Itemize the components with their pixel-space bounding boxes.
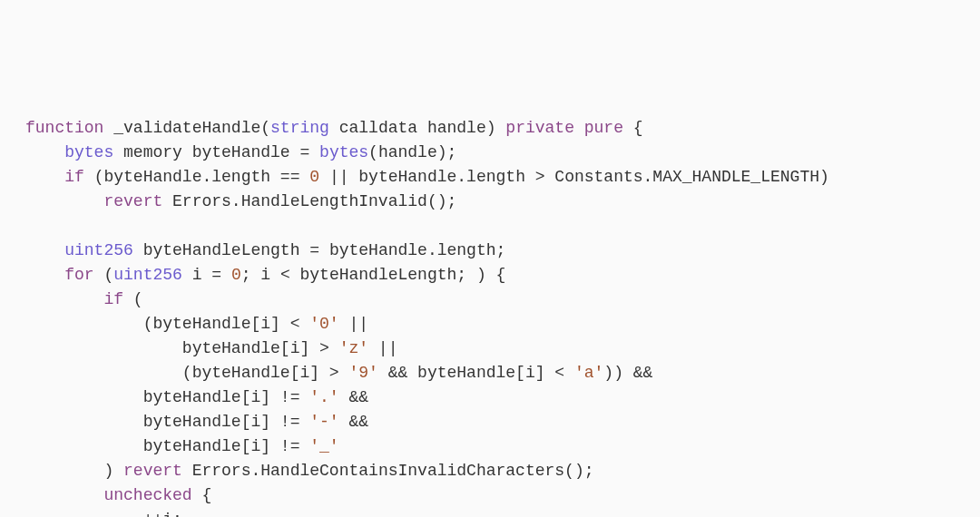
cond-c: )) &&	[603, 364, 652, 382]
type-string: string	[270, 119, 329, 137]
keyword-memory: memory	[113, 143, 191, 161]
char-literal-a: 'a'	[574, 364, 603, 382]
paren-close: )	[103, 462, 123, 480]
cond-b: &&	[339, 413, 368, 431]
indent	[25, 437, 143, 455]
error-call: Errors.HandleLengthInvalid();	[162, 192, 456, 210]
cond-a: byteHandle[i] !=	[143, 413, 310, 431]
keyword-revert: revert	[103, 192, 162, 210]
cond-b: &&	[339, 388, 368, 406]
indent	[25, 192, 103, 210]
cond-a: byteHandle[i] !=	[143, 388, 310, 406]
paren-close: )	[486, 119, 506, 137]
indent	[25, 290, 103, 308]
indent	[25, 388, 143, 406]
char-literal-z: 'z'	[339, 339, 368, 357]
keyword-for: for	[64, 266, 93, 284]
cond-part1: (byteHandle.length ==	[84, 168, 309, 186]
call: (handle);	[368, 143, 456, 161]
cond-a: (byteHandle[i] <	[143, 315, 310, 333]
keyword-calldata: calldata	[329, 119, 427, 137]
keyword-unchecked: unchecked	[103, 486, 191, 504]
keyword-pure: pure	[584, 119, 623, 137]
keyword-revert: revert	[123, 462, 182, 480]
literal-zero: 0	[231, 266, 241, 284]
type-bytes-cast: bytes	[319, 143, 368, 161]
indent	[25, 486, 103, 504]
for-open: (	[94, 266, 114, 284]
char-literal-dash: '-'	[309, 413, 338, 431]
char-literal-dot: '.'	[309, 388, 338, 406]
brace-open: {	[623, 119, 643, 137]
paren-open: (	[260, 119, 270, 137]
increment: ++i;	[143, 511, 182, 517]
indent	[25, 339, 182, 357]
function-name: _validateHandle	[103, 119, 260, 137]
indent	[25, 315, 143, 333]
indent	[25, 511, 143, 517]
keyword-if: if	[103, 290, 123, 308]
if-open: (	[123, 290, 143, 308]
var-decl: byteHandleLength = byteHandle.length;	[133, 241, 505, 259]
keyword-private: private	[505, 119, 574, 137]
error-call: Errors.HandleContainsInvalidCharacters()…	[182, 462, 594, 480]
char-literal-0: '0'	[309, 315, 338, 333]
cond-part2: || byteHandle.length > Constants.MAX_HAN…	[319, 168, 829, 186]
indent	[25, 241, 64, 259]
keyword-if: if	[64, 168, 84, 186]
indent	[25, 143, 64, 161]
cond-a: byteHandle[i] >	[182, 339, 339, 357]
cond-b: && byteHandle[i] <	[378, 364, 574, 382]
type-bytes: bytes	[64, 143, 113, 161]
brace-open: {	[192, 486, 212, 504]
indent	[25, 413, 143, 431]
cond-b: ||	[339, 315, 368, 333]
keyword-function: function	[25, 119, 103, 137]
char-literal-underscore: '_'	[309, 437, 338, 455]
indent	[25, 364, 182, 382]
literal-zero: 0	[309, 168, 319, 186]
char-literal-9: '9'	[348, 364, 377, 382]
type-uint256: uint256	[64, 241, 133, 259]
indent	[25, 266, 64, 284]
type-uint256: uint256	[113, 266, 182, 284]
solidity-code-block: function _validateHandle(string calldata…	[25, 116, 955, 517]
cond-b: ||	[368, 339, 397, 357]
indent	[25, 462, 103, 480]
indent	[25, 168, 64, 186]
for-init: i =	[182, 266, 231, 284]
param-handle: handle	[427, 119, 486, 137]
cond-a: byteHandle[i] !=	[143, 437, 310, 455]
var-decl: byteHandle =	[192, 143, 319, 161]
cond-a: (byteHandle[i] >	[182, 364, 349, 382]
space	[574, 119, 584, 137]
for-rest: ; i < byteHandleLength; ) {	[241, 266, 506, 284]
